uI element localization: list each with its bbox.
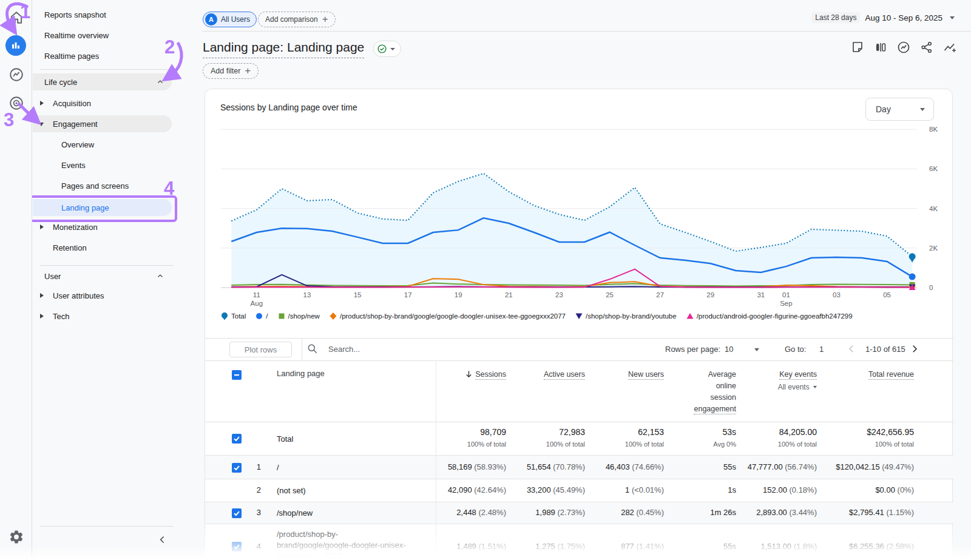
nav-realtime-pages[interactable]: Realtime pages xyxy=(33,47,172,64)
chevron-up-icon[interactable] xyxy=(157,78,164,86)
go-to-value[interactable]: 1 xyxy=(819,345,824,354)
table-header-row: Landing page + SessionsActive usersNew u… xyxy=(205,360,953,422)
y-axis-label: 6K xyxy=(929,165,938,172)
plus-icon: + xyxy=(322,13,328,25)
x-axis-label: 27 xyxy=(656,291,664,299)
table-row-2[interactable]: 2(not set)42,090 (42.64%)33,200 (45.49%)… xyxy=(205,479,953,502)
legend-label: / xyxy=(266,312,268,320)
explore-icon[interactable] xyxy=(8,67,24,83)
landing-page-cell: /shop/new xyxy=(277,508,439,519)
column-header-3[interactable]: Averageonlinesessionengagement xyxy=(645,369,736,415)
rows-per-page-value[interactable]: 10 xyxy=(725,345,733,354)
expand-arrow-icon[interactable] xyxy=(40,101,44,106)
table-total-row: Total98,709100% of total72,983100% of to… xyxy=(205,422,953,456)
row-number: 1 xyxy=(248,462,261,471)
insights-icon[interactable] xyxy=(896,40,911,55)
cell-value: 51,654 (70.78%) xyxy=(527,462,585,471)
cell-value: 1m 26s xyxy=(710,508,736,517)
all-users-comparison-chip[interactable]: A All Users xyxy=(203,12,257,27)
report-status-badge[interactable] xyxy=(373,41,401,57)
nav-engagement[interactable]: Engagement xyxy=(33,115,172,132)
next-page-icon[interactable] xyxy=(909,343,920,354)
left-icon-rail xyxy=(0,0,32,560)
nav-reports-snapshot[interactable]: Reports snapshot xyxy=(33,6,172,23)
x-axis-label: 29 xyxy=(706,291,714,299)
key-events-scope-select[interactable]: All events xyxy=(726,382,817,393)
rows-per-page-caret[interactable] xyxy=(754,348,759,351)
nav-acquisition[interactable]: Acquisition xyxy=(33,95,172,112)
add-comparison-button[interactable]: Add comparison+ xyxy=(258,12,336,27)
trend-insights-icon[interactable] xyxy=(942,40,957,55)
legend-item-3[interactable]: /product/shop-by-brand/google/google-doo… xyxy=(330,312,566,320)
annotation-3-number: 3 xyxy=(4,109,14,131)
total-value-3: 53sAvg 0% xyxy=(713,427,736,448)
page-title[interactable]: Landing page: Landing page xyxy=(203,40,364,58)
comparison-panel-icon[interactable] xyxy=(873,40,888,55)
cell-value: $2,795.41 (1.15%) xyxy=(849,508,914,517)
legend-label: /shop/new xyxy=(288,312,320,320)
pagination-range: 1-10 of 615 xyxy=(865,345,905,354)
column-header-4[interactable]: Key eventsAll events xyxy=(726,369,817,393)
y-axis-label: 8K xyxy=(929,126,938,133)
collapse-arrow-icon[interactable] xyxy=(39,123,44,126)
nav-realtime-overview[interactable]: Realtime overview xyxy=(33,27,172,44)
select-all-checkbox[interactable] xyxy=(232,370,242,380)
cell-value: 282 (0.45%) xyxy=(621,508,664,517)
dimension-column-header[interactable]: Landing page xyxy=(277,369,325,378)
notes-icon[interactable] xyxy=(850,40,865,55)
date-range-selector[interactable]: Last 28 days Aug 10 - Sep 6, 2025 xyxy=(811,12,955,23)
nav-events[interactable]: Events xyxy=(33,157,172,174)
nav-section-life-cycle[interactable]: Life cycle xyxy=(33,73,172,90)
date-preset-label: Last 28 days xyxy=(811,12,860,23)
row-checkbox[interactable] xyxy=(232,434,242,444)
expand-arrow-icon[interactable] xyxy=(40,314,44,319)
report-action-icons xyxy=(850,40,957,55)
chart-table-divider xyxy=(205,338,953,339)
sessions-chart: 02K4K6K8K11Aug1315171921232527293101Sep0… xyxy=(205,89,953,308)
row-checkbox[interactable] xyxy=(232,508,242,518)
legend-label: /shop/shop-by-brand/youtube xyxy=(586,312,677,320)
toolbar-separator xyxy=(302,338,302,360)
annotation-4-number: 4 xyxy=(164,178,174,200)
share-icon[interactable] xyxy=(919,40,934,55)
cell-value: 47,777.00 (56.74%) xyxy=(748,462,817,471)
legend-item-2[interactable]: /shop/new xyxy=(278,312,320,320)
plus-icon: + xyxy=(245,65,251,77)
collapse-nav-icon[interactable] xyxy=(157,535,167,545)
expand-arrow-icon[interactable] xyxy=(40,293,44,298)
row-checkbox[interactable] xyxy=(232,463,242,473)
legend-item-1[interactable]: / xyxy=(255,312,268,320)
check-circle-icon xyxy=(377,44,387,54)
cell-value: 1s xyxy=(728,485,736,494)
report-nav: Reports snapshot Realtime overview Realt… xyxy=(33,0,184,560)
search-input[interactable]: Search... xyxy=(328,345,360,354)
legend-item-0[interactable]: Total xyxy=(221,312,246,320)
nav-overview[interactable]: Overview xyxy=(33,136,172,153)
x-axis-label: 17 xyxy=(404,291,412,299)
settings-gear-icon[interactable] xyxy=(8,529,24,545)
nav-tech[interactable]: Tech xyxy=(33,308,172,325)
column-header-1[interactable]: Active users xyxy=(494,369,585,380)
x-axis-label: 21 xyxy=(505,291,513,299)
chevron-up-icon[interactable] xyxy=(157,272,164,280)
nav-pages-and-screens[interactable]: Pages and screens xyxy=(33,177,172,194)
main-content: A All Users Add comparison+ Last 28 days… xyxy=(202,0,971,560)
prev-page-icon[interactable] xyxy=(846,343,857,354)
nav-section-user[interactable]: User xyxy=(33,268,172,285)
add-filter-button[interactable]: Add filter+ xyxy=(203,63,259,79)
cell-value: $0.00 (0%) xyxy=(875,485,914,494)
x-axis-label: 11 xyxy=(253,291,260,299)
nav-user-attributes[interactable]: User attributes xyxy=(33,287,172,304)
plot-rows-button[interactable]: Plot rows xyxy=(229,342,292,357)
cell-value: 58,169 (58.93%) xyxy=(448,462,506,471)
column-header-5[interactable]: Total revenue xyxy=(823,369,914,380)
column-header-0[interactable]: Sessions xyxy=(415,369,506,380)
legend-item-4[interactable]: /shop/shop-by-brand/youtube xyxy=(575,312,677,320)
reports-icon-selected[interactable] xyxy=(5,35,26,56)
expand-arrow-icon[interactable] xyxy=(40,224,44,229)
nav-retention[interactable]: Retention xyxy=(33,239,172,256)
legend-item-5[interactable]: /product/android-googler-figurine-ggoeaf… xyxy=(686,312,853,320)
y-axis-label: 0 xyxy=(929,284,933,291)
table-row-1[interactable]: 1/58,169 (58.93%)51,654 (70.78%)46,403 (… xyxy=(205,456,953,479)
row-number: 3 xyxy=(248,508,261,517)
